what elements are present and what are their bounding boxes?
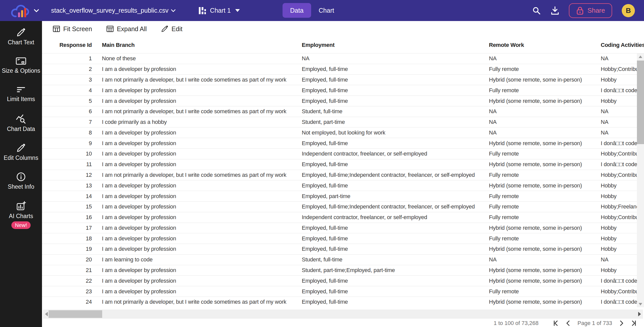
- table-row[interactable]: 24I am not primarily a developer, but I …: [42, 297, 644, 307]
- table-row[interactable]: 7I code primarily as a hobbyStudent, par…: [42, 117, 644, 128]
- table-cell: Not employed, but looking for work: [302, 129, 489, 136]
- table-cell: I am not primarily a developer, but I wr…: [102, 76, 302, 83]
- scroll-down-arrow-icon[interactable]: [639, 303, 642, 305]
- app-window: stack_overflow_survey_results_public.csv…: [0, 0, 644, 327]
- table-cell: 19: [42, 246, 102, 252]
- table-row[interactable]: 6I am not primarily a developer, but I w…: [42, 106, 644, 117]
- search-button[interactable]: [532, 6, 541, 15]
- tab-data[interactable]: Data: [283, 3, 311, 18]
- first-page-button[interactable]: [553, 320, 559, 326]
- column-header[interactable]: Response Id: [42, 42, 102, 48]
- table-cell: 22: [42, 278, 102, 284]
- sidebar-item-ai-charts[interactable]: AI Charts New!: [0, 201, 42, 229]
- table-row[interactable]: 11I am a developer by professionEmployed…: [42, 159, 644, 170]
- sidebar-item-size-options[interactable]: Size & Options: [0, 56, 42, 76]
- table-row[interactable]: 5I am a developer by professionEmployed,…: [42, 96, 644, 106]
- view-toggle: Data Chart: [283, 3, 334, 18]
- chart-plus-icon: [16, 201, 26, 211]
- table-row[interactable]: 14I am a developer by professionEmployed…: [42, 191, 644, 202]
- table-body: 1None of theseNANANA2I am a developer by…: [42, 53, 644, 307]
- share-button[interactable]: Share: [569, 3, 612, 18]
- expand-all-button[interactable]: Expand All: [106, 25, 147, 33]
- table-row[interactable]: 22I am a developer by professionEmployed…: [42, 276, 644, 286]
- column-header[interactable]: Remote Work: [489, 42, 601, 48]
- table-cell: I am a developer by profession: [102, 235, 302, 242]
- table-cell: Fully remote: [489, 203, 601, 210]
- tab-chart[interactable]: Chart: [319, 7, 334, 14]
- table-row[interactable]: 10I am a developer by professionIndepend…: [42, 149, 644, 159]
- horizontal-scrollbar-thumb[interactable]: [49, 310, 102, 318]
- table-cell: Student, part-time;Employed, part-time: [302, 267, 489, 274]
- table-cell: Independent contractor, freelancer, or s…: [302, 150, 489, 157]
- table-row[interactable]: 18I am a developer by professionEmployed…: [42, 233, 644, 244]
- column-header[interactable]: Main Branch: [102, 42, 302, 48]
- table-cell: 17: [42, 225, 102, 231]
- table-row[interactable]: 16I am a developer by professionIndepend…: [42, 212, 644, 223]
- table-cell: Employed, full-time: [302, 182, 489, 189]
- column-header[interactable]: Coding Activities: [601, 42, 644, 48]
- avatar[interactable]: B: [622, 4, 635, 17]
- table-cell: 7: [42, 119, 102, 125]
- last-page-button[interactable]: [631, 320, 637, 326]
- vertical-scrollbar[interactable]: [637, 53, 644, 307]
- horizontal-scrollbar[interactable]: [43, 310, 643, 319]
- table-cell: I am not primarily a developer, but I wr…: [102, 108, 302, 115]
- sidebar-item-edit-columns[interactable]: Edit Columns: [0, 143, 42, 163]
- chart-selector[interactable]: Chart 1: [198, 7, 240, 15]
- table-cell: 24: [42, 299, 102, 305]
- fit-screen-button[interactable]: Fit Screen: [53, 25, 92, 33]
- table-cell: 23: [42, 288, 102, 295]
- scroll-right-arrow-icon[interactable]: [638, 312, 641, 316]
- table-cell: Hybrid (some remote, some in-person): [489, 140, 601, 147]
- file-chevron-down-icon: [170, 9, 176, 13]
- table-row[interactable]: 8I am a developer by professionNot emplo…: [42, 127, 644, 138]
- table-row[interactable]: 21I am a developer by professionStudent,…: [42, 265, 644, 276]
- next-page-button[interactable]: [619, 320, 624, 326]
- table-row[interactable]: 17I am a developer by professionEmployed…: [42, 223, 644, 234]
- table-cell: None of these: [102, 55, 302, 62]
- sidebar-item-label: Chart Text: [8, 39, 34, 46]
- chart-selector-caret-icon: [235, 9, 240, 12]
- previous-page-button[interactable]: [565, 320, 571, 326]
- vertical-scrollbar-thumb[interactable]: [637, 61, 644, 144]
- table-cell: 11: [42, 161, 102, 168]
- scroll-up-arrow-icon[interactable]: [639, 55, 642, 58]
- table-cell: Fully remote: [489, 66, 601, 72]
- download-button[interactable]: [551, 6, 559, 15]
- file-selector[interactable]: stack_overflow_survey_results_public.csv: [39, 7, 176, 14]
- table-row[interactable]: 19I am a developer by professionEmployed…: [42, 244, 644, 255]
- table-cell: Fully remote: [489, 172, 601, 178]
- sidebar-item-chart-data[interactable]: Chart Data: [0, 114, 42, 134]
- table-columns-icon: [106, 25, 114, 33]
- scroll-left-arrow-icon[interactable]: [45, 312, 48, 316]
- sidebar-item-chart-text[interactable]: Chart Text: [0, 28, 42, 47]
- table-cell: Hybrid (some remote, some in-person): [489, 182, 601, 189]
- table-header-row: Response IdMain BranchEmploymentRemote W…: [42, 37, 644, 53]
- table-row[interactable]: 1None of theseNANANA: [42, 53, 644, 64]
- top-bar-left: stack_overflow_survey_results_public.csv…: [0, 2, 240, 19]
- sidebar-item-limit-items[interactable]: Limit Items: [0, 85, 42, 105]
- info-icon: [16, 172, 26, 182]
- column-header[interactable]: Employment: [302, 42, 489, 48]
- table-row[interactable]: 12I am not primarily a developer, but I …: [42, 170, 644, 181]
- table-cell: NA: [489, 129, 601, 136]
- app-logo[interactable]: [9, 2, 39, 19]
- table-row[interactable]: 2I am a developer by professionEmployed,…: [42, 64, 644, 75]
- table-row[interactable]: 9I am a developer by professionEmployed,…: [42, 138, 644, 149]
- table-row[interactable]: 23I am a developer by professionEmployed…: [42, 286, 644, 297]
- table-row[interactable]: 15I am a developer by professionEmployed…: [42, 202, 644, 212]
- table-cell: Student, full-time: [302, 108, 489, 115]
- table-row[interactable]: 20I am learning to codeStudent, full-tim…: [42, 255, 644, 265]
- sidebar-item-sheet-info[interactable]: Sheet Info: [0, 172, 42, 192]
- table-row[interactable]: 4I am a developer by professionEmployed,…: [42, 85, 644, 96]
- table-row[interactable]: 3I am not primarily a developer, but I w…: [42, 75, 644, 85]
- edit-button[interactable]: Edit: [161, 25, 182, 33]
- sidebar-item-label: AI Charts: [9, 213, 33, 219]
- table-cell: Fully remote: [489, 150, 601, 157]
- table-cell: Employed, full-time: [302, 288, 489, 295]
- table-cell: 2: [42, 66, 102, 72]
- table-cell: I am a developer by profession: [102, 66, 302, 72]
- table-cell: Employed, full-time: [302, 98, 489, 104]
- table-row[interactable]: 13I am a developer by professionEmployed…: [42, 180, 644, 191]
- top-bar-right: Share B: [532, 0, 635, 21]
